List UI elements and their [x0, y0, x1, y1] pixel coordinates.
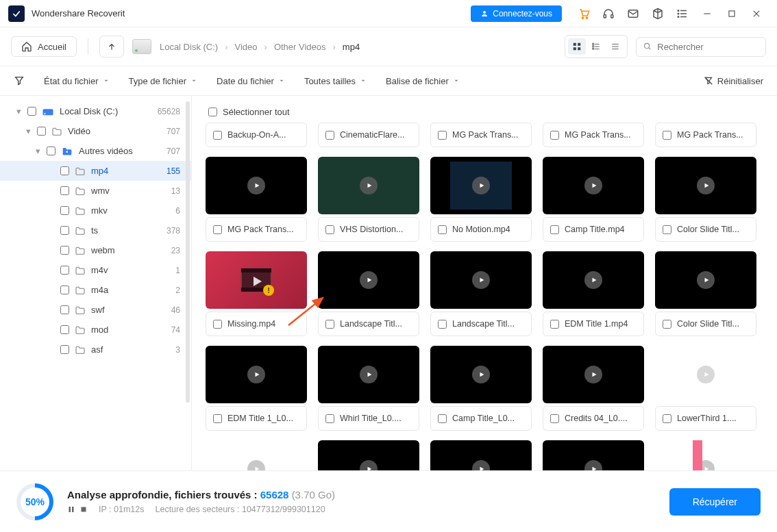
video-thumbnail[interactable]: [655, 346, 756, 403]
file-item[interactable]: [206, 440, 307, 470]
file-checkbox[interactable]: [325, 225, 334, 234]
file-checkbox[interactable]: [325, 131, 334, 140]
filter-tag[interactable]: Balise de fichier: [386, 76, 460, 86]
sidebar-item-m4a[interactable]: m4a2: [0, 280, 191, 300]
file-checkbox[interactable]: [213, 320, 222, 329]
filter-type[interactable]: Type de fichier: [129, 76, 198, 86]
file-checkbox[interactable]: [438, 131, 447, 140]
tree-checkbox[interactable]: [37, 127, 46, 136]
file-item[interactable]: Backup-On-A...: [206, 123, 307, 147]
sidebar-item-mp4[interactable]: mp4155: [0, 161, 191, 181]
maximize-button[interactable]: [724, 5, 740, 22]
search-input[interactable]: [657, 42, 758, 52]
file-checkbox[interactable]: [663, 131, 671, 140]
tree-checkbox[interactable]: [60, 246, 69, 255]
sidebar-item-ts[interactable]: ts378: [0, 220, 191, 240]
minimize-button[interactable]: [699, 5, 715, 22]
file-checkbox[interactable]: [550, 320, 559, 329]
file-item[interactable]: LowerThird 1....: [655, 346, 756, 431]
file-item[interactable]: Whirl Title_L0....: [318, 346, 419, 431]
video-thumbnail[interactable]: [543, 251, 644, 309]
sidebar-item-vid-o[interactable]: ▾Vidéo707: [0, 121, 191, 141]
file-item[interactable]: [318, 440, 419, 470]
file-checkbox[interactable]: [213, 414, 222, 423]
video-thumbnail[interactable]: [655, 157, 756, 214]
select-all-checkbox[interactable]: [208, 107, 217, 116]
file-item[interactable]: Credits 04_L0....: [543, 346, 644, 431]
filter-status[interactable]: État du fichier: [44, 76, 110, 86]
breadcrumb-item[interactable]: Local Disk (C:): [160, 42, 218, 52]
file-item[interactable]: Landscape Titl...: [430, 251, 532, 336]
video-thumbnail[interactable]: [430, 157, 532, 214]
file-checkbox[interactable]: [550, 225, 559, 234]
tree-checkbox[interactable]: [60, 286, 69, 294]
video-thumbnail[interactable]: [430, 440, 532, 470]
file-item[interactable]: !Missing.mp4: [206, 251, 307, 336]
home-button[interactable]: Accueil: [11, 36, 77, 57]
video-thumbnail[interactable]: [655, 440, 756, 470]
file-item[interactable]: Camp Title_L0...: [430, 346, 532, 431]
sidebar-item-mkv[interactable]: mkv6: [0, 201, 191, 220]
video-thumbnail[interactable]: [543, 440, 644, 470]
file-item[interactable]: [430, 440, 532, 470]
pause-icon[interactable]: [67, 505, 75, 514]
stop-icon[interactable]: [79, 505, 88, 514]
video-thumbnail[interactable]: [206, 440, 307, 470]
file-checkbox[interactable]: [663, 320, 671, 329]
up-button[interactable]: [99, 36, 124, 58]
tree-checkbox[interactable]: [60, 325, 69, 334]
video-thumbnail[interactable]: [206, 346, 307, 403]
mail-icon[interactable]: [625, 5, 641, 22]
file-checkbox[interactable]: [663, 414, 671, 423]
filter-date[interactable]: Date du fichier: [217, 76, 285, 86]
tree-checkbox[interactable]: [60, 305, 69, 314]
video-thumbnail[interactable]: [430, 346, 532, 403]
video-thumbnail[interactable]: [206, 157, 307, 214]
file-item[interactable]: EDM Title 1_L0...: [206, 346, 307, 431]
breadcrumb-item[interactable]: Video: [235, 42, 258, 52]
breadcrumb-item[interactable]: Other Videos: [274, 42, 326, 52]
sidebar-item-swf[interactable]: swf46: [0, 300, 191, 320]
file-checkbox[interactable]: [438, 414, 447, 423]
sidebar-item-autres-vid-os[interactable]: ▾Autres vidéos707: [0, 141, 191, 161]
file-checkbox[interactable]: [213, 131, 222, 140]
connect-button[interactable]: Connectez-vous: [471, 5, 562, 22]
video-thumbnail[interactable]: [543, 346, 644, 403]
scrollbar-thumb[interactable]: [186, 101, 190, 403]
file-item[interactable]: Color Slide Titl...: [655, 251, 756, 336]
close-button[interactable]: [748, 5, 765, 22]
file-checkbox[interactable]: [438, 320, 447, 329]
video-thumbnail[interactable]: [655, 251, 756, 309]
sidebar-item-webm[interactable]: webm23: [0, 240, 191, 260]
tree-checkbox[interactable]: [47, 147, 56, 155]
video-thumbnail[interactable]: !: [206, 251, 307, 309]
sidebar-item-m4v[interactable]: m4v1: [0, 260, 191, 280]
file-item[interactable]: Landscape Titl...: [318, 251, 419, 336]
sidebar-item-asf[interactable]: asf3: [0, 340, 191, 359]
video-thumbnail[interactable]: [430, 251, 532, 309]
file-item[interactable]: EDM Title 1.mp4: [543, 251, 644, 336]
tree-checkbox[interactable]: [27, 107, 36, 116]
file-item[interactable]: MG Pack Trans...: [543, 123, 644, 147]
tree-checkbox[interactable]: [60, 345, 69, 354]
file-checkbox[interactable]: [213, 225, 222, 234]
sidebar-item-wmv[interactable]: wmv13: [0, 181, 191, 201]
view-list-button[interactable]: [587, 38, 605, 55]
filter-size[interactable]: Toutes tailles: [304, 76, 367, 86]
file-item[interactable]: MG Pack Trans...: [430, 123, 532, 147]
file-checkbox[interactable]: [325, 320, 334, 329]
video-thumbnail[interactable]: [318, 440, 419, 470]
search-box[interactable]: [636, 37, 766, 57]
tree-checkbox[interactable]: [60, 226, 69, 235]
view-grid-button[interactable]: [568, 38, 586, 55]
cart-icon[interactable]: [576, 5, 592, 22]
file-item[interactable]: Camp Title.mp4: [543, 157, 644, 242]
cube-icon[interactable]: [650, 5, 666, 22]
tree-checkbox[interactable]: [60, 166, 69, 175]
sidebar-item-local-disk-c-[interactable]: ▾Local Disk (C:)65628: [0, 101, 191, 121]
video-thumbnail[interactable]: [318, 251, 419, 309]
recover-button[interactable]: Récupérer: [669, 488, 761, 516]
video-thumbnail[interactable]: [318, 346, 419, 403]
headset-icon[interactable]: [600, 5, 617, 22]
video-thumbnail[interactable]: [543, 157, 644, 214]
